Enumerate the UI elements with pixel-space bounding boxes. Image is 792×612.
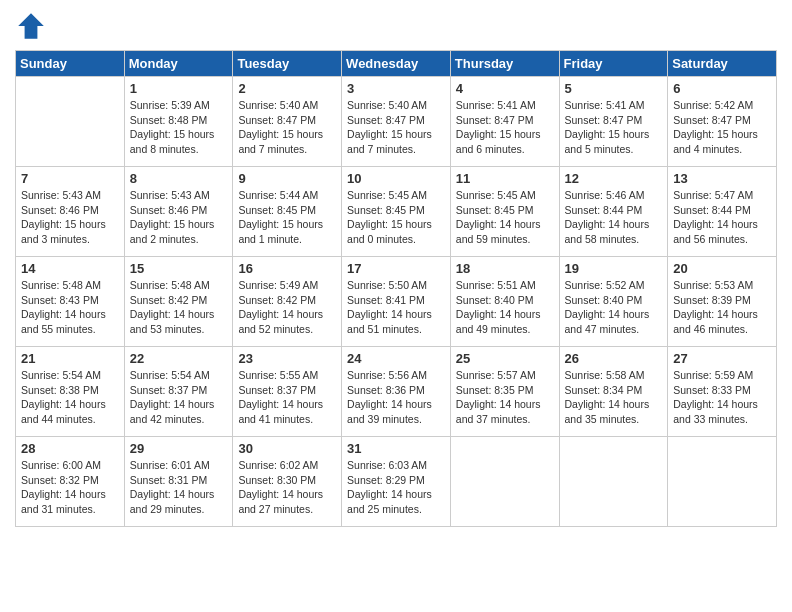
day-info: Sunrise: 5:54 AM Sunset: 8:37 PM Dayligh… [130,368,228,427]
calendar-cell: 22Sunrise: 5:54 AM Sunset: 8:37 PM Dayli… [124,347,233,437]
calendar-cell: 2Sunrise: 5:40 AM Sunset: 8:47 PM Daylig… [233,77,342,167]
day-info: Sunrise: 5:43 AM Sunset: 8:46 PM Dayligh… [21,188,119,247]
calendar-cell: 19Sunrise: 5:52 AM Sunset: 8:40 PM Dayli… [559,257,668,347]
calendar-cell: 24Sunrise: 5:56 AM Sunset: 8:36 PM Dayli… [342,347,451,437]
day-number: 6 [673,81,771,96]
day-number: 18 [456,261,554,276]
calendar-cell: 30Sunrise: 6:02 AM Sunset: 8:30 PM Dayli… [233,437,342,527]
calendar-cell: 27Sunrise: 5:59 AM Sunset: 8:33 PM Dayli… [668,347,777,437]
calendar-cell: 10Sunrise: 5:45 AM Sunset: 8:45 PM Dayli… [342,167,451,257]
day-number: 5 [565,81,663,96]
day-info: Sunrise: 5:42 AM Sunset: 8:47 PM Dayligh… [673,98,771,157]
header-day-monday: Monday [124,51,233,77]
day-number: 11 [456,171,554,186]
calendar-cell: 16Sunrise: 5:49 AM Sunset: 8:42 PM Dayli… [233,257,342,347]
calendar-cell [559,437,668,527]
calendar-cell: 17Sunrise: 5:50 AM Sunset: 8:41 PM Dayli… [342,257,451,347]
day-number: 28 [21,441,119,456]
calendar-cell: 5Sunrise: 5:41 AM Sunset: 8:47 PM Daylig… [559,77,668,167]
day-number: 30 [238,441,336,456]
day-info: Sunrise: 5:46 AM Sunset: 8:44 PM Dayligh… [565,188,663,247]
day-number: 24 [347,351,445,366]
day-info: Sunrise: 5:45 AM Sunset: 8:45 PM Dayligh… [347,188,445,247]
day-number: 1 [130,81,228,96]
day-info: Sunrise: 5:53 AM Sunset: 8:39 PM Dayligh… [673,278,771,337]
logo [15,10,51,42]
day-info: Sunrise: 5:43 AM Sunset: 8:46 PM Dayligh… [130,188,228,247]
header-day-tuesday: Tuesday [233,51,342,77]
day-number: 12 [565,171,663,186]
calendar-cell [450,437,559,527]
calendar-cell: 20Sunrise: 5:53 AM Sunset: 8:39 PM Dayli… [668,257,777,347]
day-info: Sunrise: 5:52 AM Sunset: 8:40 PM Dayligh… [565,278,663,337]
day-info: Sunrise: 5:40 AM Sunset: 8:47 PM Dayligh… [347,98,445,157]
calendar-cell: 23Sunrise: 5:55 AM Sunset: 8:37 PM Dayli… [233,347,342,437]
day-info: Sunrise: 5:54 AM Sunset: 8:38 PM Dayligh… [21,368,119,427]
day-number: 15 [130,261,228,276]
page-header [15,10,777,42]
day-info: Sunrise: 5:47 AM Sunset: 8:44 PM Dayligh… [673,188,771,247]
day-info: Sunrise: 6:00 AM Sunset: 8:32 PM Dayligh… [21,458,119,517]
day-number: 8 [130,171,228,186]
calendar-cell: 3Sunrise: 5:40 AM Sunset: 8:47 PM Daylig… [342,77,451,167]
header-day-wednesday: Wednesday [342,51,451,77]
day-number: 23 [238,351,336,366]
day-info: Sunrise: 5:56 AM Sunset: 8:36 PM Dayligh… [347,368,445,427]
week-row-2: 7Sunrise: 5:43 AM Sunset: 8:46 PM Daylig… [16,167,777,257]
calendar-header: SundayMondayTuesdayWednesdayThursdayFrid… [16,51,777,77]
header-day-saturday: Saturday [668,51,777,77]
calendar-cell: 8Sunrise: 5:43 AM Sunset: 8:46 PM Daylig… [124,167,233,257]
header-day-thursday: Thursday [450,51,559,77]
day-number: 3 [347,81,445,96]
calendar-cell [16,77,125,167]
day-info: Sunrise: 6:01 AM Sunset: 8:31 PM Dayligh… [130,458,228,517]
calendar-table: SundayMondayTuesdayWednesdayThursdayFrid… [15,50,777,527]
header-row: SundayMondayTuesdayWednesdayThursdayFrid… [16,51,777,77]
day-number: 4 [456,81,554,96]
calendar-cell: 6Sunrise: 5:42 AM Sunset: 8:47 PM Daylig… [668,77,777,167]
day-number: 27 [673,351,771,366]
day-info: Sunrise: 5:58 AM Sunset: 8:34 PM Dayligh… [565,368,663,427]
calendar-cell: 13Sunrise: 5:47 AM Sunset: 8:44 PM Dayli… [668,167,777,257]
calendar-cell: 28Sunrise: 6:00 AM Sunset: 8:32 PM Dayli… [16,437,125,527]
day-number: 26 [565,351,663,366]
calendar-cell: 9Sunrise: 5:44 AM Sunset: 8:45 PM Daylig… [233,167,342,257]
header-day-sunday: Sunday [16,51,125,77]
svg-marker-0 [18,13,44,39]
day-info: Sunrise: 6:02 AM Sunset: 8:30 PM Dayligh… [238,458,336,517]
calendar-cell: 7Sunrise: 5:43 AM Sunset: 8:46 PM Daylig… [16,167,125,257]
day-info: Sunrise: 5:41 AM Sunset: 8:47 PM Dayligh… [456,98,554,157]
calendar-cell: 21Sunrise: 5:54 AM Sunset: 8:38 PM Dayli… [16,347,125,437]
day-number: 16 [238,261,336,276]
calendar-cell: 1Sunrise: 5:39 AM Sunset: 8:48 PM Daylig… [124,77,233,167]
logo-icon [15,10,47,42]
calendar-cell: 4Sunrise: 5:41 AM Sunset: 8:47 PM Daylig… [450,77,559,167]
day-number: 2 [238,81,336,96]
day-info: Sunrise: 5:45 AM Sunset: 8:45 PM Dayligh… [456,188,554,247]
day-info: Sunrise: 5:49 AM Sunset: 8:42 PM Dayligh… [238,278,336,337]
calendar-cell: 26Sunrise: 5:58 AM Sunset: 8:34 PM Dayli… [559,347,668,437]
day-info: Sunrise: 5:39 AM Sunset: 8:48 PM Dayligh… [130,98,228,157]
week-row-3: 14Sunrise: 5:48 AM Sunset: 8:43 PM Dayli… [16,257,777,347]
calendar-cell [668,437,777,527]
day-number: 20 [673,261,771,276]
calendar-cell: 31Sunrise: 6:03 AM Sunset: 8:29 PM Dayli… [342,437,451,527]
calendar-cell: 15Sunrise: 5:48 AM Sunset: 8:42 PM Dayli… [124,257,233,347]
day-number: 17 [347,261,445,276]
calendar-cell: 25Sunrise: 5:57 AM Sunset: 8:35 PM Dayli… [450,347,559,437]
day-number: 19 [565,261,663,276]
calendar-cell: 29Sunrise: 6:01 AM Sunset: 8:31 PM Dayli… [124,437,233,527]
calendar-cell: 11Sunrise: 5:45 AM Sunset: 8:45 PM Dayli… [450,167,559,257]
week-row-4: 21Sunrise: 5:54 AM Sunset: 8:38 PM Dayli… [16,347,777,437]
week-row-1: 1Sunrise: 5:39 AM Sunset: 8:48 PM Daylig… [16,77,777,167]
calendar-cell: 12Sunrise: 5:46 AM Sunset: 8:44 PM Dayli… [559,167,668,257]
day-number: 13 [673,171,771,186]
day-info: Sunrise: 5:57 AM Sunset: 8:35 PM Dayligh… [456,368,554,427]
day-number: 29 [130,441,228,456]
week-row-5: 28Sunrise: 6:00 AM Sunset: 8:32 PM Dayli… [16,437,777,527]
day-number: 10 [347,171,445,186]
day-number: 21 [21,351,119,366]
day-number: 31 [347,441,445,456]
day-info: Sunrise: 5:48 AM Sunset: 8:43 PM Dayligh… [21,278,119,337]
day-info: Sunrise: 5:59 AM Sunset: 8:33 PM Dayligh… [673,368,771,427]
